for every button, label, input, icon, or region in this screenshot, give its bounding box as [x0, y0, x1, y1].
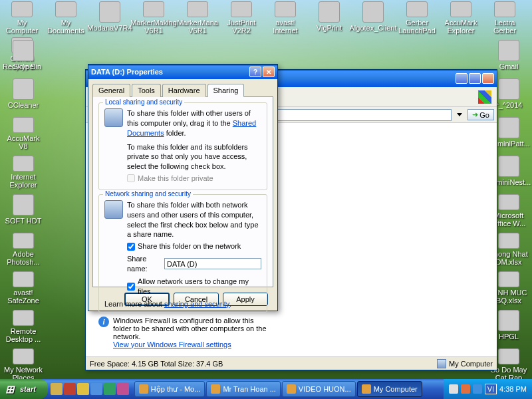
desktop-icon[interactable]: Gmail	[488, 40, 529, 73]
app-icon	[13, 40, 34, 61]
desktop-icon[interactable]: Gerber LaunchPad	[396, 1, 438, 35]
help-button[interactable]: ?	[249, 66, 261, 77]
share-network-checkbox[interactable]	[127, 243, 135, 251]
go-button[interactable]: ➜Go	[467, 109, 494, 120]
app-icon	[362, 1, 384, 23]
allow-change-checkbox[interactable]	[127, 283, 135, 291]
ql-icon-3[interactable]	[77, 383, 89, 395]
app-icon	[498, 78, 519, 100]
network-group-title: Network sharing and security	[103, 190, 193, 198]
desktop-icon[interactable]: Adobe Photosh...	[3, 233, 44, 266]
desktop-icon[interactable]: ModanaV7R4	[89, 1, 130, 35]
share-network-row[interactable]: Share this folder on the network	[127, 241, 261, 251]
share-name-input[interactable]	[164, 258, 261, 269]
desktop-icon[interactable]: MarkerMana V6R1	[177, 1, 218, 35]
language-indicator[interactable]: VI	[485, 384, 497, 394]
app-icon	[498, 194, 519, 210]
app-icon	[498, 271, 519, 287]
local-group-title: Local sharing and security	[103, 98, 184, 106]
desktop-icon[interactable]: AccuMark Explorer	[440, 1, 481, 35]
explorer-statusbar: Free Space: 4.15 GB Total Size: 37.4 GB …	[86, 356, 497, 370]
desktop-icon[interactable]: Lectra Gerber	[484, 1, 525, 35]
network-folder-icon	[104, 200, 123, 219]
ql-icon-1[interactable]	[51, 383, 63, 395]
ql-icon-5[interactable]	[104, 383, 116, 395]
taskbar-task[interactable]: Mr Tran Hoan ...	[206, 381, 280, 397]
make-private-check: Make this folder private	[127, 174, 261, 184]
ql-icon-6[interactable]	[117, 383, 129, 395]
desktop-icon[interactable]: SOFT HDT	[3, 194, 44, 227]
taskbar-task[interactable]: VIDEO HUON...	[282, 381, 356, 397]
status-left: Free Space: 4.15 GB Total Size: 37.4 GB	[90, 360, 223, 368]
dialog-titlebar[interactable]: DATA (D:) Properties ? ✕	[88, 65, 277, 79]
status-right: My Computer	[449, 360, 493, 368]
start-button[interactable]: start	[0, 379, 48, 399]
allow-change-row[interactable]: Allow network users to change my files	[127, 277, 261, 297]
desktop-icon[interactable]: My Network Places	[3, 348, 44, 382]
desktop-icon[interactable]: Remote Desktop ...	[3, 310, 44, 343]
sharing-tab-content: Local sharing and security To share this…	[92, 97, 273, 287]
firewall-link[interactable]: View your Windows Firewall settings	[113, 340, 267, 348]
app-icon	[498, 40, 519, 61]
dialog-title: DATA (D:) Properties	[91, 68, 163, 76]
task-icon	[362, 384, 371, 394]
desktop-icon[interactable]: MarkerMaking V6R1	[133, 1, 174, 35]
app-icon	[13, 117, 34, 133]
desktop-icon[interactable]: My Computer	[1, 1, 43, 35]
dropdown-icon[interactable]	[457, 113, 462, 116]
info-icon: i	[98, 317, 109, 327]
desktop-icon[interactable]: avast! Internet	[265, 1, 306, 35]
tray-icon[interactable]	[449, 384, 458, 394]
desktop-icon[interactable]: AccuMark V8	[3, 117, 44, 150]
tab-hardware[interactable]: Hardware	[162, 84, 206, 97]
app-icon	[55, 1, 76, 17]
windows-logo-icon	[5, 383, 17, 395]
app-icon	[498, 348, 519, 364]
close-button[interactable]: ✕	[263, 66, 275, 77]
sharing-security-link[interactable]: sharing and security	[164, 300, 229, 308]
app-icon	[13, 78, 34, 100]
tray-icon[interactable]	[473, 384, 482, 394]
app-icon	[13, 156, 34, 172]
taskbar-buttons: Hộp thư - Mo...Mr Tran Hoan ...VIDEO HUO…	[132, 381, 444, 397]
tray-icon[interactable]	[461, 384, 470, 394]
tab-tools[interactable]: Tools	[132, 84, 161, 97]
app-icon	[13, 310, 34, 326]
app-icon	[143, 1, 164, 17]
share-name-label: Share name:	[127, 254, 160, 274]
desktop-icon[interactable]: CCleaner	[3, 78, 44, 112]
app-icon	[319, 1, 340, 23]
winxp-flag-icon	[478, 90, 491, 104]
app-icon	[13, 233, 34, 249]
hand-folder-icon	[104, 108, 123, 127]
app-icon	[498, 310, 519, 331]
app-icon	[13, 271, 34, 287]
app-icon	[231, 1, 252, 17]
desktop-icon[interactable]: VigPrint	[309, 1, 350, 35]
properties-dialog: DATA (D:) Properties ? ✕ GeneralToolsHar…	[88, 64, 278, 311]
clock[interactable]: 4:38 PM	[499, 385, 527, 393]
taskbar-task[interactable]: My Computer	[357, 381, 422, 397]
app-icon	[99, 1, 120, 23]
ql-icon-2[interactable]	[64, 383, 76, 395]
tab-sharing[interactable]: Sharing	[207, 84, 245, 97]
local-sharing-group: Local sharing and security To share this…	[98, 102, 267, 190]
taskbar-task[interactable]: Hộp thư - Mo...	[134, 381, 205, 397]
app-icon	[494, 1, 515, 17]
firewall-text: Windows Firewall is configured to allow …	[113, 317, 267, 340]
app-icon	[187, 1, 208, 17]
ql-icon-4[interactable]	[90, 383, 102, 395]
desktop-icon[interactable]: JustPrint V2R2	[221, 1, 262, 35]
desktop-icon[interactable]: Algotex_Client	[352, 1, 394, 35]
tab-general[interactable]: General	[92, 84, 130, 97]
app-icon	[498, 233, 519, 249]
desktop-icon[interactable]: Internet Explorer	[3, 156, 44, 189]
network-sharing-group: Network sharing and security To share th…	[98, 194, 267, 313]
mycomputer-icon	[437, 359, 446, 368]
desktop-icon[interactable]: avast! SafeZone	[3, 271, 44, 305]
app-icon	[450, 1, 471, 17]
desktop-icon[interactable]: Skype	[3, 40, 44, 73]
app-icon	[13, 194, 34, 215]
system-tray[interactable]: VI 4:38 PM	[444, 379, 532, 399]
desktop-icon[interactable]: My Documents	[45, 1, 86, 35]
